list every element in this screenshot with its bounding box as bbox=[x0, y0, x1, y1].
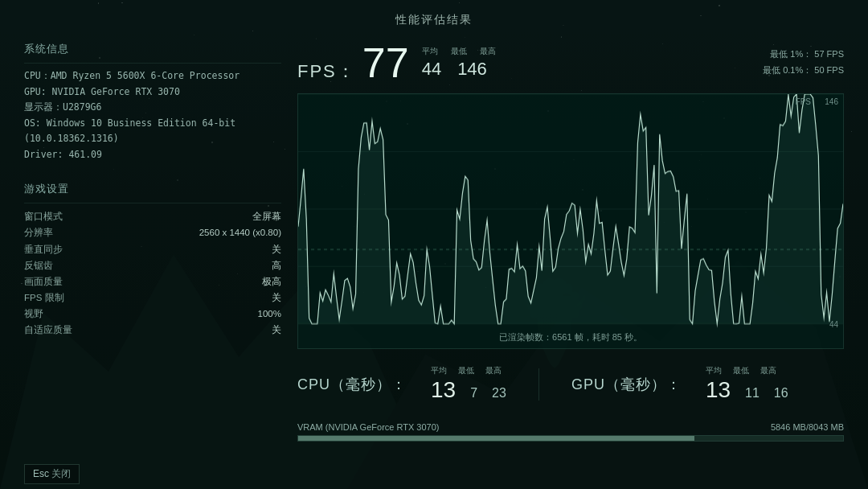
setting-value: 关 bbox=[272, 290, 281, 306]
fps-stats: 平均 最低 最高 44 146 bbox=[422, 46, 496, 80]
perf-row: CPU（毫秒）： 平均 最低 最高 13 7 23 bbox=[297, 365, 844, 403]
page-title: 性能评估结果 bbox=[0, 0, 868, 34]
fps-stat-header: 平均 最低 最高 bbox=[422, 46, 496, 57]
setting-label: 垂直同步 bbox=[24, 241, 63, 257]
separator-1 bbox=[24, 63, 281, 64]
vram-bar-fill bbox=[298, 436, 694, 441]
fps-chart: FPS 146 44 已渲染帧数：6561 帧，耗时 85 秒。 bbox=[297, 93, 844, 349]
game-settings-title: 游戏设置 bbox=[24, 182, 281, 196]
fps-stat-values: 44 146 bbox=[422, 59, 496, 80]
setting-row: 窗口模式全屏幕 bbox=[24, 208, 281, 224]
chart-min-label: 44 bbox=[829, 320, 838, 329]
fps-axis-label: FPS bbox=[796, 97, 811, 106]
cpu-max: 23 bbox=[492, 386, 506, 401]
bottom-stats: CPU（毫秒）： 平均 最低 最高 13 7 23 bbox=[297, 359, 844, 406]
gpu-stats: 平均 最低 最高 13 11 16 bbox=[706, 365, 788, 403]
game-settings-section: 游戏设置 窗口模式全屏幕分辨率2560 x 1440 (x0.80)垂直同步关反… bbox=[24, 182, 281, 338]
setting-label: 画面质量 bbox=[24, 273, 63, 290]
vram-label: VRAM (NVIDIA GeForce RTX 3070) bbox=[297, 422, 439, 432]
fps-chart-canvas bbox=[298, 94, 843, 348]
close-key: Esc bbox=[33, 468, 49, 479]
chart-footer: 已渲染帧数：6561 帧，耗时 85 秒。 bbox=[499, 331, 642, 343]
fps-header: FPS： 77 平均 最低 最高 44 146 最低 bbox=[297, 42, 844, 84]
setting-value: 极高 bbox=[262, 273, 281, 290]
system-info-text: CPU：AMD Ryzen 5 5600X 6-Core Processor G… bbox=[24, 68, 281, 162]
cpu-metric: CPU（毫秒）： bbox=[297, 375, 407, 394]
setting-value: 2560 x 1440 (x0.80) bbox=[199, 224, 281, 240]
cpu-stats: 平均 最低 最高 13 7 23 bbox=[431, 365, 506, 403]
setting-label: 反锯齿 bbox=[24, 257, 53, 273]
close-label: 关闭 bbox=[51, 468, 71, 479]
close-button[interactable]: Esc 关闭 bbox=[24, 464, 80, 484]
setting-label: FPS 限制 bbox=[24, 290, 64, 306]
setting-value: 全屏幕 bbox=[252, 208, 281, 224]
cpu-avg: 13 bbox=[431, 377, 456, 403]
gpu-metric: GPU（毫秒）： bbox=[571, 375, 682, 394]
separator-2 bbox=[24, 203, 281, 203]
setting-row: 自适应质量关 bbox=[24, 322, 281, 338]
setting-label: 分辨率 bbox=[24, 224, 53, 240]
setting-value: 高 bbox=[272, 257, 281, 273]
gpu-min: 11 bbox=[745, 386, 760, 401]
cpu-stats-header: 平均 最低 最高 bbox=[431, 365, 506, 376]
system-info-section: 系统信息 CPU：AMD Ryzen 5 5600X 6-Core Proces… bbox=[24, 42, 281, 162]
settings-rows: 窗口模式全屏幕分辨率2560 x 1440 (x0.80)垂直同步关反锯齿高画面… bbox=[24, 208, 281, 338]
cpu-values: 13 7 23 bbox=[431, 377, 506, 403]
setting-row: 视野100% bbox=[24, 306, 281, 322]
setting-label: 视野 bbox=[24, 306, 43, 322]
setting-value: 100% bbox=[258, 306, 281, 322]
footer: Esc 关闭 bbox=[0, 456, 868, 489]
fps-avg-value: 77 bbox=[362, 42, 409, 84]
system-info-title: 系统信息 bbox=[24, 42, 281, 56]
setting-row: 垂直同步关 bbox=[24, 241, 281, 257]
cpu-min: 7 bbox=[470, 386, 477, 401]
setting-row: 反锯齿高 bbox=[24, 257, 281, 273]
gpu-label: GPU（毫秒）： bbox=[571, 375, 682, 394]
setting-label: 窗口模式 bbox=[24, 208, 63, 224]
fps-main: FPS： 77 bbox=[297, 42, 409, 84]
gpu-avg: 13 bbox=[706, 377, 731, 403]
setting-row: 分辨率2560 x 1440 (x0.80) bbox=[24, 224, 281, 240]
vram-usage: 5846 MB/8043 MB bbox=[771, 422, 844, 432]
gpu-max: 16 bbox=[774, 386, 788, 401]
fps-right-stats: 最低 1%： 57 FPS 最低 0.1%： 50 FPS bbox=[763, 47, 844, 79]
left-panel: 系统信息 CPU：AMD Ryzen 5 5600X 6-Core Proces… bbox=[24, 42, 281, 448]
setting-row: FPS 限制关 bbox=[24, 290, 281, 306]
main-body: 系统信息 CPU：AMD Ryzen 5 5600X 6-Core Proces… bbox=[0, 34, 868, 456]
gpu-values: 13 11 16 bbox=[706, 377, 788, 403]
main-content: 性能评估结果 系统信息 CPU：AMD Ryzen 5 5600X 6-Core… bbox=[0, 0, 868, 489]
setting-value: 关 bbox=[272, 322, 281, 338]
setting-value: 关 bbox=[272, 241, 281, 257]
vram-bar bbox=[297, 435, 844, 442]
setting-row: 画面质量极高 bbox=[24, 273, 281, 290]
vram-row: VRAM (NVIDIA GeForce RTX 3070) 5846 MB/8… bbox=[297, 416, 844, 448]
right-panel: FPS： 77 平均 最低 最高 44 146 最低 bbox=[297, 42, 844, 448]
perf-divider bbox=[538, 368, 539, 401]
gpu-stats-header: 平均 最低 最高 bbox=[706, 365, 788, 376]
vram-header: VRAM (NVIDIA GeForce RTX 3070) 5846 MB/8… bbox=[297, 422, 844, 432]
cpu-label: CPU（毫秒）： bbox=[297, 375, 407, 394]
chart-max-label: 146 bbox=[825, 97, 838, 106]
setting-label: 自适应质量 bbox=[24, 322, 72, 338]
fps-label: FPS： bbox=[297, 60, 356, 84]
